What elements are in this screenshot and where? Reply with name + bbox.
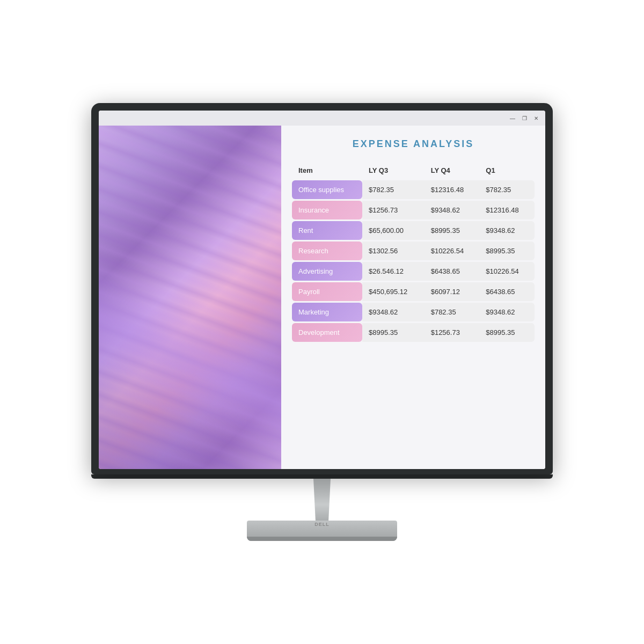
cell-ly-q3: $9348.62 (362, 303, 425, 321)
cell-ly-q3: $1256.73 (362, 201, 425, 219)
cell-ly-q4: $1256.73 (425, 323, 480, 342)
cell-item: Research (292, 241, 362, 260)
cell-item: Office supplies (292, 180, 362, 199)
cell-ly-q4: $6438.65 (425, 262, 480, 281)
minimize-button[interactable]: — (509, 114, 516, 122)
cell-ly-q3: $782.35 (362, 180, 425, 199)
stand-base: DELL (247, 521, 397, 541)
cell-q1: $8995.35 (479, 241, 535, 260)
cell-ly-q4: $782.35 (425, 303, 480, 321)
monitor-bottom-bar (91, 474, 553, 479)
right-panel: EXPENSE ANALYSIS Item LY Q3 LY Q4 Q1 (281, 126, 545, 469)
cell-item: Rent (292, 221, 362, 240)
cell-ly-q3: $450,695.12 (362, 282, 425, 301)
col-q1: Q1 (479, 162, 535, 179)
cell-ly-q3: $8995.35 (362, 323, 425, 342)
monitor-wrapper: — ❐ ✕ EXPENSE ANALYSIS Item LY Q3 (80, 103, 564, 541)
cell-item: Marketing (292, 303, 362, 321)
cell-item: Insurance (292, 201, 362, 219)
cell-ly-q4: $12316.48 (425, 180, 480, 199)
cell-q1: $8995.35 (479, 323, 535, 342)
table-row: Research $1302.56 $10226.54 $8995.35 (292, 241, 535, 260)
stand-neck (301, 479, 343, 522)
table-row: Marketing $9348.62 $782.35 $9348.62 (292, 303, 535, 321)
cell-ly-q4: $10226.54 (425, 241, 480, 260)
monitor-body: — ❐ ✕ EXPENSE ANALYSIS Item LY Q3 (91, 103, 553, 474)
table-row: Office supplies $782.35 $12316.48 $782.3… (292, 180, 535, 199)
cell-item: Development (292, 323, 362, 342)
table-header-row: Item LY Q3 LY Q4 Q1 (292, 162, 535, 179)
cell-ly-q4: $9348.62 (425, 201, 480, 219)
table-row: Development $8995.35 $1256.73 $8995.35 (292, 323, 535, 342)
col-ly-q4: LY Q4 (425, 162, 480, 179)
dell-logo: DELL (247, 522, 397, 527)
cell-q1: $782.35 (479, 180, 535, 199)
cell-q1: $6438.65 (479, 282, 535, 301)
cell-ly-q3: $65,600.00 (362, 221, 425, 240)
cell-ly-q3: $26.546.12 (362, 262, 425, 281)
cell-q1: $10226.54 (479, 262, 535, 281)
cell-ly-q4: $6097.12 (425, 282, 480, 301)
table-row: Advertising $26.546.12 $6438.65 $10226.5… (292, 262, 535, 281)
col-ly-q3: LY Q3 (362, 162, 425, 179)
expense-table: Item LY Q3 LY Q4 Q1 Office supplies $782… (292, 160, 535, 343)
cell-q1: $9348.62 (479, 221, 535, 240)
close-button[interactable]: ✕ (532, 114, 540, 122)
cell-q1: $9348.62 (479, 303, 535, 321)
table-row: Payroll $450,695.12 $6097.12 $6438.65 (292, 282, 535, 301)
screen-content: EXPENSE ANALYSIS Item LY Q3 LY Q4 Q1 (99, 126, 545, 469)
page-title: EXPENSE ANALYSIS (292, 138, 535, 150)
cell-ly-q4: $8995.35 (425, 221, 480, 240)
table-row: Insurance $1256.73 $9348.62 $12316.48 (292, 201, 535, 219)
cell-item: Advertising (292, 262, 362, 281)
table-row: Rent $65,600.00 $8995.35 $9348.62 (292, 221, 535, 240)
left-decorative-image (99, 126, 281, 469)
monitor-screen: — ❐ ✕ EXPENSE ANALYSIS Item LY Q3 (99, 111, 545, 469)
restore-button[interactable]: ❐ (521, 114, 528, 122)
cell-item: Payroll (292, 282, 362, 301)
title-bar: — ❐ ✕ (99, 111, 545, 126)
col-item: Item (292, 162, 362, 179)
cell-q1: $12316.48 (479, 201, 535, 219)
cell-ly-q3: $1302.56 (362, 241, 425, 260)
